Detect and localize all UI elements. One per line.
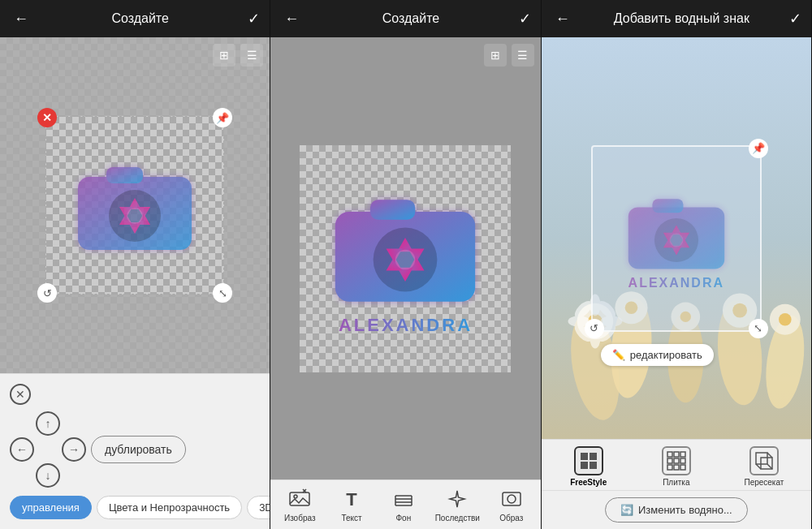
pad-empty-br — [62, 463, 86, 488]
svg-rect-53 — [667, 458, 672, 463]
panel2-grid-icon[interactable]: ⊞ — [484, 44, 507, 67]
change-watermark-icon: 🔄 — [620, 504, 633, 516]
svg-rect-5 — [370, 200, 415, 220]
panel1-header: ← Создайте ✓ — [0, 0, 270, 37]
panel1-grid-icon[interactable]: ⊞ — [213, 44, 235, 67]
panel2-layers-icon[interactable]: ☰ — [512, 44, 534, 67]
sticker-scale-btn[interactable]: ⤡ — [213, 283, 232, 303]
svg-point-9 — [294, 495, 297, 498]
tab-3d[interactable]: 3D — [247, 496, 270, 519]
photo-icon — [499, 487, 524, 511]
controls-grid: ↑ ← → ↓ дублировать — [10, 411, 260, 488]
freestyle-label: FreeStyle — [570, 478, 607, 487]
sticker-logo — [46, 117, 223, 294]
tile-label: Плитка — [663, 478, 689, 487]
intersect-icon — [749, 446, 779, 475]
panel-3: ← Добавить водный знак ✓ — [542, 0, 812, 529]
text-icon: T — [339, 487, 364, 511]
pad-down-btn[interactable]: ↓ — [36, 463, 60, 488]
edit-watermark-btn[interactable]: ✏️ редактировать — [601, 344, 714, 366]
panel3-title: Добавить водный знак — [574, 11, 789, 26]
tool-image-label: Изобраз — [284, 514, 316, 523]
panel2-header: ← Создайте ✓ — [270, 0, 540, 37]
svg-rect-48 — [581, 462, 588, 469]
panel3-back-icon[interactable]: ← — [551, 11, 574, 28]
panel3-header: ← Добавить водный знак ✓ — [542, 0, 811, 37]
tab-colors[interactable]: Цвета и Непрозрачность — [97, 496, 242, 519]
panel1-canvas: ⊞ ☰ — [0, 37, 270, 373]
svg-rect-56 — [667, 465, 672, 470]
direction-pad: ↑ ← → ↓ — [10, 411, 86, 488]
close-circle-btn[interactable]: ✕ — [10, 384, 31, 405]
svg-rect-57 — [674, 465, 679, 470]
svg-rect-55 — [680, 458, 685, 463]
edit-btn-label: редактировать — [630, 349, 702, 361]
panel1-check-icon[interactable]: ✓ — [248, 10, 260, 28]
sticker-pin-btn[interactable]: 📌 — [213, 108, 232, 127]
panel1-layers-icon[interactable]: ☰ — [240, 44, 263, 67]
tool-text[interactable]: T Текст — [331, 487, 372, 523]
svg-rect-43 — [652, 199, 683, 213]
panel3-bottom: 🔄 Изменить водяно... — [542, 490, 811, 529]
svg-line-62 — [756, 464, 761, 469]
freestyle-icon — [574, 446, 603, 475]
sticker-canvas — [45, 116, 224, 295]
pad-empty-bl — [10, 463, 34, 488]
watermark-text: ALEXANDRA — [628, 276, 724, 290]
tool-photo-label: Образ — [499, 514, 523, 523]
svg-rect-50 — [667, 452, 672, 457]
tool-text-label: Текст — [341, 514, 361, 523]
tool-bg[interactable]: Фон — [383, 487, 424, 523]
svg-rect-46 — [581, 453, 588, 460]
panel2-back-icon[interactable]: ← — [280, 11, 303, 28]
tool-freestyle[interactable]: FreeStyle — [556, 446, 621, 487]
tool-intersect[interactable]: Пересекат — [732, 446, 797, 487]
panel1-controls: ✕ ↑ ← → ↓ дублировать управления Цвета и… — [0, 373, 270, 529]
sticker-rotate-btn[interactable]: ↺ — [37, 283, 57, 303]
panel2-canvas: ⊞ ☰ — [270, 37, 540, 480]
panel3-watermark-container: 📌 ↺ ⤡ — [591, 145, 762, 332]
pad-center — [36, 437, 60, 462]
panel2-logo-area: ALEXANDRA — [300, 145, 511, 372]
svg-rect-54 — [674, 458, 679, 463]
tab-manage[interactable]: управления — [10, 496, 92, 519]
pad-right-btn[interactable]: → — [62, 437, 86, 462]
panel2-check-icon[interactable]: ✓ — [519, 10, 531, 28]
tool-image[interactable]: Изобраз — [279, 487, 320, 523]
tool-tile[interactable]: Плитка — [644, 446, 709, 487]
watermark-box: 📌 ↺ ⤡ — [591, 145, 762, 332]
pad-empty-tr — [62, 411, 86, 436]
pad-empty-tl — [10, 411, 34, 436]
svg-line-61 — [767, 464, 772, 469]
svg-rect-52 — [680, 452, 685, 457]
svg-rect-58 — [680, 465, 685, 470]
panel-2: ← Создайте ✓ ⊞ ☰ — [270, 0, 541, 529]
duplicate-btn[interactable]: дублировать — [91, 436, 186, 463]
svg-rect-1 — [106, 167, 143, 183]
panel-1: ← Создайте ✓ ⊞ ☰ — [0, 0, 270, 529]
panel1-back-icon[interactable]: ← — [10, 11, 32, 28]
pad-left-btn[interactable]: ← — [10, 437, 34, 462]
watermark-logo: ALEXANDRA — [593, 147, 760, 330]
panel3-tool-selector: FreeStyle Плитка — [542, 439, 811, 490]
tool-effects[interactable]: Последстви — [435, 487, 480, 523]
svg-line-60 — [767, 453, 772, 458]
svg-point-3 — [127, 208, 143, 224]
sparkle-icon — [445, 487, 469, 511]
panel3-check-icon[interactable]: ✓ — [789, 10, 801, 28]
svg-rect-59 — [756, 453, 767, 464]
intersect-label: Пересекат — [744, 478, 784, 487]
sticker-delete-btn[interactable]: ✕ — [37, 108, 57, 127]
tool-photo[interactable]: Образ — [491, 487, 532, 523]
tool-effects-label: Последстви — [435, 514, 480, 523]
svg-rect-47 — [590, 453, 597, 460]
change-watermark-btn[interactable]: 🔄 Изменить водяно... — [605, 497, 748, 523]
svg-text:T: T — [346, 489, 357, 510]
svg-rect-49 — [590, 462, 597, 469]
pad-up-btn[interactable]: ↑ — [36, 411, 60, 436]
panel3-canvas: 📌 ↺ ⤡ — [542, 37, 811, 439]
panel2-logo — [324, 182, 486, 315]
panel2-logo-text: ALEXANDRA — [339, 315, 473, 336]
edit-pencil-icon: ✏️ — [612, 349, 625, 361]
image-icon — [287, 487, 312, 511]
